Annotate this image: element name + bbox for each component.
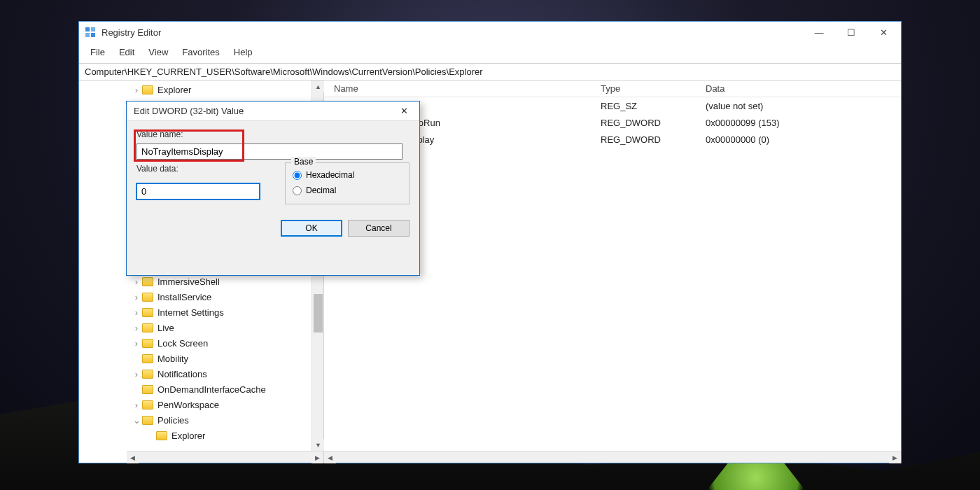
radio-dec-input[interactable] bbox=[293, 186, 302, 195]
scroll-right-icon[interactable]: ▶ bbox=[312, 451, 323, 463]
chevron-down-icon[interactable]: ⌄ bbox=[132, 415, 141, 426]
cancel-button[interactable]: Cancel bbox=[348, 220, 410, 237]
menu-view[interactable]: View bbox=[143, 46, 174, 59]
chevron-blank-icon bbox=[132, 354, 141, 364]
scroll-right-icon[interactable]: ▶ bbox=[889, 451, 901, 463]
chevron-right-icon[interactable]: › bbox=[132, 400, 141, 410]
radio-dec-label: Decimal bbox=[306, 186, 336, 195]
scroll-thumb[interactable] bbox=[314, 294, 323, 332]
tree-label: Explorer bbox=[158, 85, 191, 95]
folder-icon bbox=[142, 416, 153, 425]
chevron-blank-icon bbox=[132, 430, 141, 441]
app-icon bbox=[85, 27, 96, 38]
chevron-blank-icon bbox=[132, 384, 141, 395]
value-name-input[interactable] bbox=[136, 144, 402, 160]
folder-icon bbox=[142, 339, 153, 348]
dialog-title-text: Edit DWORD (32-bit) Value bbox=[134, 106, 244, 116]
folder-icon bbox=[142, 277, 153, 286]
chevron-right-icon[interactable]: › bbox=[132, 338, 141, 349]
tree-item-explorer-sub[interactable]: Explorer bbox=[127, 428, 323, 443]
tree-label: InstallService bbox=[158, 292, 211, 302]
base-group: Base Hexadecimal Decimal bbox=[285, 162, 410, 204]
svg-rect-0 bbox=[85, 27, 90, 31]
tree-label: Explorer bbox=[172, 430, 205, 441]
tree-label: PenWorkspace bbox=[158, 400, 219, 410]
chevron-right-icon[interactable]: › bbox=[132, 307, 141, 318]
svg-rect-1 bbox=[91, 27, 95, 31]
tree-label: ImmersiveShell bbox=[158, 276, 220, 287]
cell-data: (value not set) bbox=[706, 101, 901, 111]
scroll-up-icon[interactable]: ▲ bbox=[312, 80, 324, 92]
tree-item[interactable]: OnDemandInterfaceCache bbox=[127, 382, 323, 397]
chevron-right-icon[interactable]: › bbox=[132, 292, 141, 302]
tree-item[interactable]: ›Lock Screen bbox=[127, 335, 323, 351]
menu-file[interactable]: File bbox=[85, 46, 111, 59]
radio-decimal[interactable]: Decimal bbox=[293, 183, 402, 198]
chevron-right-icon[interactable]: › bbox=[132, 369, 141, 379]
column-header-data[interactable]: Data bbox=[706, 83, 901, 94]
radio-hexadecimal[interactable]: Hexadecimal bbox=[293, 167, 402, 183]
tree-item[interactable]: ›Notifications bbox=[127, 366, 323, 382]
tree-item[interactable]: ›InstallService bbox=[127, 289, 323, 304]
column-header-name[interactable]: Name bbox=[324, 83, 601, 94]
folder-icon bbox=[142, 400, 153, 410]
edit-dword-dialog: Edit DWORD (32-bit) Value ✕ Value name: … bbox=[126, 101, 420, 276]
tree-item[interactable]: ›ImmersiveShell bbox=[127, 274, 323, 289]
chevron-right-icon[interactable]: › bbox=[132, 323, 141, 333]
list-horizontal-scrollbar[interactable]: ◀ ▶ bbox=[324, 451, 901, 463]
titlebar[interactable]: Registry Editor — ☐ ✕ bbox=[79, 22, 901, 43]
tree-item[interactable]: ›PenWorkspace bbox=[127, 397, 323, 412]
dialog-close-button[interactable]: ✕ bbox=[393, 104, 415, 119]
radio-hex-label: Hexadecimal bbox=[306, 170, 354, 180]
left-gutter bbox=[79, 80, 127, 463]
chevron-right-icon[interactable]: › bbox=[132, 276, 141, 287]
folder-icon bbox=[142, 85, 153, 94]
maximize-button[interactable]: ☐ bbox=[835, 22, 867, 43]
column-header-type[interactable]: Type bbox=[601, 83, 706, 94]
list-header: Name Type Data bbox=[324, 80, 901, 97]
folder-icon bbox=[142, 323, 153, 332]
radio-hex-input[interactable] bbox=[293, 171, 302, 180]
value-data-input[interactable] bbox=[136, 183, 260, 200]
minimize-button[interactable]: — bbox=[803, 22, 835, 43]
cell-type: REG_DWORD bbox=[601, 134, 706, 145]
cell-data: 0x00000000 (0) bbox=[706, 134, 901, 145]
address-bar[interactable]: Computer\HKEY_CURRENT_USER\Software\Micr… bbox=[79, 63, 901, 80]
chevron-right-icon[interactable]: › bbox=[132, 85, 141, 95]
tree-item[interactable]: ›Live bbox=[127, 320, 323, 335]
value-data-label: Value data: bbox=[136, 164, 276, 179]
folder-icon bbox=[142, 308, 153, 317]
tree-label: Mobility bbox=[158, 354, 188, 364]
svg-rect-2 bbox=[85, 33, 90, 37]
folder-icon bbox=[142, 293, 153, 302]
tree-label: Policies bbox=[158, 415, 189, 426]
window-title: Registry Editor bbox=[102, 27, 161, 38]
tree-label: Internet Settings bbox=[158, 307, 224, 318]
cell-type: REG_DWORD bbox=[601, 118, 706, 128]
close-button[interactable]: ✕ bbox=[867, 22, 899, 43]
scroll-left-icon[interactable]: ◀ bbox=[324, 451, 336, 463]
close-icon: ✕ bbox=[400, 106, 408, 116]
cell-type: REG_SZ bbox=[601, 101, 706, 111]
tree-item-explorer-top[interactable]: › Explorer bbox=[127, 82, 323, 97]
folder-icon bbox=[156, 431, 167, 440]
tree-item[interactable]: ›Internet Settings bbox=[127, 304, 323, 320]
folder-icon bbox=[142, 385, 153, 394]
ok-button[interactable]: OK bbox=[281, 220, 342, 237]
menu-help[interactable]: Help bbox=[228, 46, 258, 59]
scroll-left-icon[interactable]: ◀ bbox=[127, 451, 139, 463]
folder-icon bbox=[142, 354, 153, 363]
menu-edit[interactable]: Edit bbox=[113, 46, 140, 59]
tree-item-policies[interactable]: ⌄Policies bbox=[127, 412, 323, 428]
tree-item[interactable]: Mobility bbox=[127, 351, 323, 366]
dialog-titlebar[interactable]: Edit DWORD (32-bit) Value ✕ bbox=[127, 102, 419, 121]
tree-label: OnDemandInterfaceCache bbox=[158, 384, 266, 395]
svg-rect-3 bbox=[91, 33, 95, 37]
menu-favorites[interactable]: Favorites bbox=[176, 46, 225, 59]
address-path: Computer\HKEY_CURRENT_USER\Software\Micr… bbox=[85, 66, 483, 77]
tree-horizontal-scrollbar[interactable]: ◀ ▶ bbox=[127, 451, 323, 463]
scroll-down-icon[interactable]: ▼ bbox=[312, 439, 324, 451]
tree-label: Notifications bbox=[158, 369, 207, 379]
tree-label: Live bbox=[158, 323, 174, 333]
base-legend: Base bbox=[291, 157, 316, 167]
